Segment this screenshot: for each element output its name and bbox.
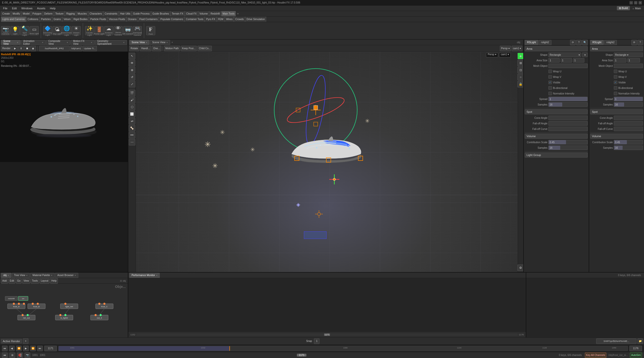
menu-assets[interactable]: Assets: [35, 6, 47, 10]
tab-container-tools[interactable]: Container Tools: [185, 17, 205, 22]
vtool-view[interactable]: 👁: [129, 60, 135, 66]
3d-viewport[interactable]: ↖ 👁 ⊕ ↺ ⤢ 🎬 🖌 ⬡ ⬜ ⇌ 🦴 ••• ⋯ ◈ ⊞ ⊡ ○: [128, 52, 523, 272]
vtool-transform[interactable]: ⊕: [129, 67, 135, 73]
far-coneangle-slider[interactable]: [614, 116, 643, 120]
viewport-tab-sceneview2[interactable]: Scene View ×: [150, 40, 170, 45]
close-button[interactable]: ×: [638, 1, 642, 5]
far-volume-header[interactable]: Volume: [590, 134, 643, 139]
shoe-3d-object[interactable]: [284, 119, 370, 170]
tc-prev[interactable]: ◀: [9, 346, 15, 351]
render-stop-btn[interactable]: ⏹: [24, 46, 30, 51]
tab-populate-containers[interactable]: Populate Containers: [159, 17, 184, 22]
vtool-prim[interactable]: ⬡: [129, 104, 135, 110]
ship-icon[interactable]: 📁: [637, 338, 643, 344]
vtool-right-5[interactable]: 🔒: [517, 81, 524, 87]
props-norminten-check[interactable]: [548, 92, 552, 95]
ar-close[interactable]: ×: [23, 338, 28, 344]
shelf-icon-sky-light[interactable]: 🌤 Sky Light: [53, 26, 62, 35]
far-volsamples-slider[interactable]: 16: [614, 145, 643, 150]
vtool-right-2[interactable]: ⊞: [517, 60, 524, 66]
overlay-cam1[interactable]: cam1 ▾: [499, 53, 511, 57]
props-search[interactable]: 🔍: [582, 40, 588, 45]
tab-particle-fluids[interactable]: Particle Fluids: [89, 17, 107, 22]
tab-characters[interactable]: Characters: [88, 11, 103, 17]
overlay-persp[interactable]: Persp ▾: [486, 53, 498, 57]
far-spread-slider[interactable]: 1: [614, 97, 643, 101]
props-volume-header[interactable]: Volume: [525, 134, 588, 139]
bl-add[interactable]: Add: [1, 278, 8, 284]
far-spot-header[interactable]: Spot: [590, 109, 643, 114]
render-update-btn[interactable]: Update Ti...: [83, 46, 97, 51]
light-gizmo-2[interactable]: [315, 210, 323, 218]
camera-gizmo[interactable]: ◈: [296, 201, 300, 208]
tab-rigid-bodies[interactable]: Rigid Bodies: [72, 17, 89, 22]
shelf-icon-portal-light[interactable]: 🚪 Portal Light: [95, 26, 104, 35]
tab-particles[interactable]: Particles: [40, 17, 52, 22]
far-falloffangle-slider[interactable]: [614, 121, 643, 126]
render-tab-motionfx[interactable]: Motion FX View ×: [71, 40, 94, 45]
tab-drive-simulation[interactable]: Drive Simulation: [245, 17, 266, 22]
props-shape-header[interactable]: Area: [525, 46, 588, 51]
render-button[interactable]: Render: [1, 46, 12, 51]
tab-model[interactable]: Model: [21, 11, 31, 17]
shelf-icon-area-light[interactable]: ▭ Area Light: [30, 26, 39, 35]
tab-deform[interactable]: Deform: [43, 11, 54, 17]
tab-viscous-fluids[interactable]: Viscous Fluids: [108, 17, 126, 22]
far-tab-rslight[interactable]: RSLight: [590, 40, 604, 45]
tab-pyro-fx[interactable]: Pyro FX: [205, 17, 216, 22]
bl-help[interactable]: Help: [50, 278, 58, 284]
vtool-right-4[interactable]: ○: [517, 74, 524, 80]
maximize-button[interactable]: □: [634, 1, 637, 5]
light-icon-2[interactable]: ✳: [220, 129, 225, 136]
props-refresh[interactable]: ⟳: [570, 40, 576, 45]
props-wrapv-check[interactable]: [548, 75, 552, 79]
vtool-right-1[interactable]: ◈: [517, 53, 524, 59]
tool-keep-posi[interactable]: Keep Posi...: [181, 46, 197, 51]
tool-one[interactable]: One...: [152, 46, 161, 51]
props-spread-slider[interactable]: 1: [548, 97, 588, 101]
far-area-header[interactable]: Area: [590, 46, 643, 51]
render-tab-geometry[interactable]: Geometry Spreadsheet ×: [95, 40, 127, 45]
far-samples-slider[interactable]: 16: [614, 102, 643, 107]
vtool-pose[interactable]: 🦴: [129, 125, 135, 131]
props-areasize-z[interactable]: 1: [573, 58, 584, 63]
tc-frame-end[interactable]: 1176: [629, 346, 642, 351]
shelf-icon-vr-camera[interactable]: 🥽 VR Camera: [123, 26, 132, 35]
far-norminten-check[interactable]: [614, 92, 617, 95]
props-lightgroup-header[interactable]: Light Group: [525, 152, 588, 158]
props-shape-value[interactable]: Rectangle ▾: [548, 53, 581, 57]
tab-cloud-fx[interactable]: Cloud FX: [185, 11, 198, 17]
render-tab-sceneview[interactable]: Scene View ×: [1, 40, 21, 45]
sb-snap[interactable]: 🧲: [17, 352, 23, 358]
far-tab-name[interactable]: rslight2: [604, 40, 617, 45]
tab-fem[interactable]: FEM: [217, 17, 225, 22]
tab-create[interactable]: Create: [1, 11, 11, 17]
light-icon-1[interactable]: ✳: [205, 140, 211, 149]
render-camera-input[interactable]: /obj/cam1: [70, 46, 82, 51]
tab-terrain-fx[interactable]: Terrain FX: [171, 11, 185, 17]
shelf-icon-font[interactable]: F Font: [146, 26, 155, 35]
viewport-cam-btn[interactable]: cam1 ▾: [512, 46, 522, 51]
render-record-btn[interactable]: ◉: [30, 46, 36, 51]
bl-tools[interactable]: Tools: [31, 278, 39, 284]
vtool-paint[interactable]: 🖌: [129, 97, 135, 103]
render-tab-animation[interactable]: Animation Editor ×: [21, 40, 46, 45]
vtool-select[interactable]: ↖: [129, 53, 135, 59]
ship-label[interactable]: SHIP/1pr/$SNAPNAME...: [596, 338, 636, 344]
props-coneangle-slider[interactable]: [548, 116, 588, 120]
vtool-more[interactable]: ⋯: [129, 139, 135, 145]
far-refresh[interactable]: ⟳: [631, 40, 637, 45]
render-play-btn[interactable]: ▶: [12, 46, 18, 51]
tc-jump-start[interactable]: ⏮: [2, 346, 8, 351]
tab-volume[interactable]: Volume: [198, 11, 209, 17]
shelf-icon-ambient-light[interactable]: ☁ AmbientLight: [104, 26, 113, 35]
tab-texture[interactable]: Texture: [54, 11, 65, 17]
sb-autosim[interactable]: AutoSim: [630, 352, 642, 358]
render-tab-composite[interactable]: Composite View ×: [46, 40, 70, 45]
tab-redshift[interactable]: Redshift: [209, 11, 221, 17]
tab-wires[interactable]: Wires: [225, 17, 234, 22]
viewport-tab-sceneview[interactable]: Scene View ×: [129, 40, 149, 45]
node-graph-content[interactable]: Obje... redshift on frost_A frost_B: [0, 284, 128, 337]
props-visible-check[interactable]: [548, 81, 552, 84]
tool-rotate[interactable]: Rotate: [129, 46, 139, 51]
